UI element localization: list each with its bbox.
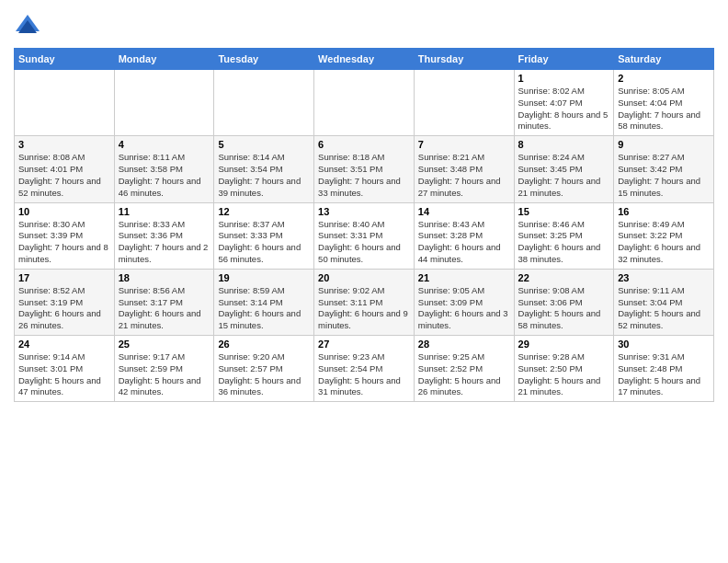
day-info: Sunrise: 8:27 AM Sunset: 3:42 PM Dayligh… [618,152,710,199]
day-info: Sunrise: 9:25 AM Sunset: 2:52 PM Dayligh… [418,351,510,398]
day-info: Sunrise: 9:20 AM Sunset: 2:57 PM Dayligh… [218,351,310,398]
calendar-cell: 19Sunrise: 8:59 AM Sunset: 3:14 PM Dayli… [214,269,314,335]
week-row-5: 24Sunrise: 9:14 AM Sunset: 3:01 PM Dayli… [15,336,714,402]
day-number: 6 [318,139,410,150]
calendar-cell: 9Sunrise: 8:27 AM Sunset: 3:42 PM Daylig… [614,136,714,202]
calendar-cell [114,70,214,136]
calendar-cell: 14Sunrise: 8:43 AM Sunset: 3:28 PM Dayli… [414,202,514,269]
day-number: 7 [418,139,510,150]
calendar-cell: 10Sunrise: 8:30 AM Sunset: 3:39 PM Dayli… [15,202,115,269]
weekday-header-friday: Friday [514,49,614,70]
calendar-cell: 29Sunrise: 9:28 AM Sunset: 2:50 PM Dayli… [514,336,614,402]
day-info: Sunrise: 9:05 AM Sunset: 3:09 PM Dayligh… [418,285,510,332]
calendar-cell: 21Sunrise: 9:05 AM Sunset: 3:09 PM Dayli… [414,269,514,335]
day-number: 8 [518,139,610,150]
day-info: Sunrise: 8:18 AM Sunset: 3:51 PM Dayligh… [318,152,410,199]
day-number: 25 [119,339,210,350]
day-info: Sunrise: 8:14 AM Sunset: 3:54 PM Dayligh… [218,152,310,199]
calendar-cell: 25Sunrise: 9:17 AM Sunset: 2:59 PM Dayli… [114,336,214,402]
day-info: Sunrise: 8:40 AM Sunset: 3:31 PM Dayligh… [318,219,410,266]
day-number: 18 [119,272,210,283]
day-info: Sunrise: 9:14 AM Sunset: 3:01 PM Dayligh… [18,351,110,398]
day-info: Sunrise: 8:05 AM Sunset: 4:04 PM Dayligh… [618,86,710,132]
calendar-cell: 17Sunrise: 8:52 AM Sunset: 3:19 PM Dayli… [15,269,115,335]
logo-icon [14,13,41,40]
day-number: 3 [18,139,110,150]
day-info: Sunrise: 9:28 AM Sunset: 2:50 PM Dayligh… [518,351,610,398]
day-info: Sunrise: 8:56 AM Sunset: 3:17 PM Dayligh… [119,285,210,332]
day-number: 16 [618,206,710,217]
calendar-cell: 22Sunrise: 9:08 AM Sunset: 3:06 PM Dayli… [514,269,614,335]
day-info: Sunrise: 9:17 AM Sunset: 2:59 PM Dayligh… [119,351,210,398]
day-number: 27 [318,339,410,350]
day-number: 29 [518,339,610,350]
day-info: Sunrise: 9:08 AM Sunset: 3:06 PM Dayligh… [518,285,610,332]
weekday-header-monday: Monday [114,49,214,70]
calendar-cell: 13Sunrise: 8:40 AM Sunset: 3:31 PM Dayli… [314,202,415,269]
day-info: Sunrise: 8:37 AM Sunset: 3:33 PM Dayligh… [218,219,310,266]
calendar-cell: 23Sunrise: 9:11 AM Sunset: 3:04 PM Dayli… [614,269,714,335]
calendar-cell: 6Sunrise: 8:18 AM Sunset: 3:51 PM Daylig… [314,136,415,202]
day-info: Sunrise: 8:43 AM Sunset: 3:28 PM Dayligh… [418,219,510,266]
calendar-cell [15,70,115,136]
calendar-cell: 12Sunrise: 8:37 AM Sunset: 3:33 PM Dayli… [214,202,314,269]
week-row-1: 1Sunrise: 8:02 AM Sunset: 4:07 PM Daylig… [15,70,714,136]
day-number: 23 [618,272,710,283]
day-number: 12 [218,206,310,217]
weekday-header-sunday: Sunday [15,49,115,70]
day-info: Sunrise: 8:59 AM Sunset: 3:14 PM Dayligh… [218,285,310,332]
day-number: 10 [18,206,110,217]
calendar-cell: 5Sunrise: 8:14 AM Sunset: 3:54 PM Daylig… [214,136,314,202]
day-info: Sunrise: 9:11 AM Sunset: 3:04 PM Dayligh… [618,285,710,332]
calendar-cell [314,70,415,136]
header [14,9,714,40]
calendar-cell: 1Sunrise: 8:02 AM Sunset: 4:07 PM Daylig… [514,70,614,136]
day-info: Sunrise: 8:21 AM Sunset: 3:48 PM Dayligh… [418,152,510,199]
calendar-cell [414,70,514,136]
calendar-cell: 18Sunrise: 8:56 AM Sunset: 3:17 PM Dayli… [114,269,214,335]
weekday-header-thursday: Thursday [414,49,514,70]
day-number: 17 [18,272,110,283]
calendar-cell [214,70,314,136]
calendar-cell: 27Sunrise: 9:23 AM Sunset: 2:54 PM Dayli… [314,336,415,402]
day-number: 2 [618,73,710,84]
week-row-2: 3Sunrise: 8:08 AM Sunset: 4:01 PM Daylig… [15,136,714,202]
day-number: 15 [518,206,610,217]
calendar-cell: 8Sunrise: 8:24 AM Sunset: 3:45 PM Daylig… [514,136,614,202]
calendar-cell: 4Sunrise: 8:11 AM Sunset: 3:58 PM Daylig… [114,136,214,202]
logo [14,13,45,40]
day-number: 5 [218,139,310,150]
day-info: Sunrise: 8:24 AM Sunset: 3:45 PM Dayligh… [518,152,610,199]
day-info: Sunrise: 8:33 AM Sunset: 3:36 PM Dayligh… [119,219,210,266]
day-number: 14 [418,206,510,217]
calendar-cell: 30Sunrise: 9:31 AM Sunset: 2:48 PM Dayli… [614,336,714,402]
day-number: 11 [119,206,210,217]
week-row-3: 10Sunrise: 8:30 AM Sunset: 3:39 PM Dayli… [15,202,714,269]
day-number: 1 [518,73,610,84]
page: SundayMondayTuesdayWednesdayThursdayFrid… [0,0,728,563]
day-info: Sunrise: 9:31 AM Sunset: 2:48 PM Dayligh… [618,351,710,398]
weekday-header-tuesday: Tuesday [214,49,314,70]
day-info: Sunrise: 8:52 AM Sunset: 3:19 PM Dayligh… [18,285,110,332]
day-number: 21 [418,272,510,283]
calendar-cell: 11Sunrise: 8:33 AM Sunset: 3:36 PM Dayli… [114,202,214,269]
day-number: 4 [119,139,210,150]
day-info: Sunrise: 8:46 AM Sunset: 3:25 PM Dayligh… [518,219,610,266]
day-info: Sunrise: 8:49 AM Sunset: 3:22 PM Dayligh… [618,219,710,266]
day-number: 9 [618,139,710,150]
day-info: Sunrise: 9:02 AM Sunset: 3:11 PM Dayligh… [318,285,410,332]
calendar-cell: 26Sunrise: 9:20 AM Sunset: 2:57 PM Dayli… [214,336,314,402]
weekday-header-row: SundayMondayTuesdayWednesdayThursdayFrid… [15,49,714,70]
day-number: 20 [318,272,410,283]
day-info: Sunrise: 8:08 AM Sunset: 4:01 PM Dayligh… [18,152,110,199]
weekday-header-wednesday: Wednesday [314,49,415,70]
day-info: Sunrise: 9:23 AM Sunset: 2:54 PM Dayligh… [318,351,410,398]
calendar-cell: 16Sunrise: 8:49 AM Sunset: 3:22 PM Dayli… [614,202,714,269]
day-info: Sunrise: 8:02 AM Sunset: 4:07 PM Dayligh… [518,86,610,132]
day-number: 22 [518,272,610,283]
day-number: 13 [318,206,410,217]
calendar-cell: 7Sunrise: 8:21 AM Sunset: 3:48 PM Daylig… [414,136,514,202]
day-number: 24 [18,339,110,350]
weekday-header-saturday: Saturday [614,49,714,70]
day-number: 30 [618,339,710,350]
